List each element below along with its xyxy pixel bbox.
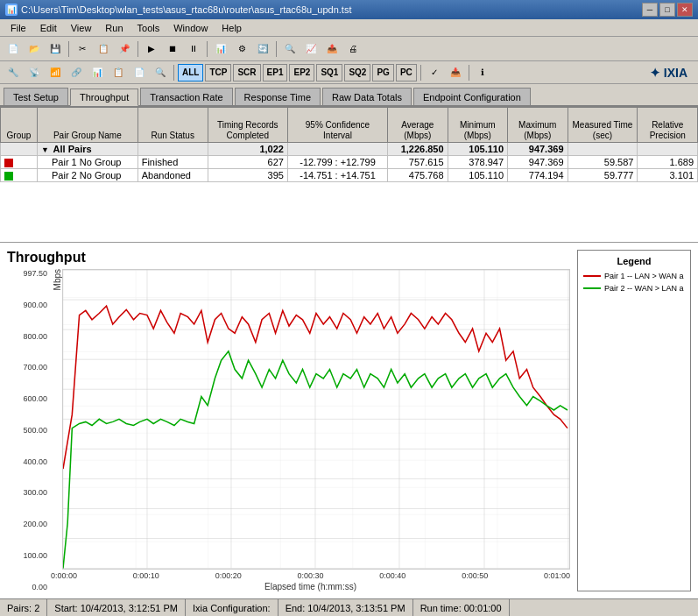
tb2-icon8[interactable]: 🔍 bbox=[151, 63, 170, 82]
tb2-icon3[interactable]: 📶 bbox=[46, 63, 65, 82]
y-tick: 400.00 bbox=[23, 457, 47, 466]
cell-min: 105.110 bbox=[448, 169, 507, 182]
menu-file[interactable]: File bbox=[4, 21, 33, 35]
table-row[interactable]: Pair 1 No Group Finished 627 -12.799 : +… bbox=[1, 156, 698, 169]
menu-tools[interactable]: Tools bbox=[130, 21, 167, 35]
copy-button[interactable]: 📋 bbox=[94, 39, 113, 59]
x-tick: 0:00:00 bbox=[51, 571, 77, 580]
filter-pc-button[interactable]: PC bbox=[396, 64, 417, 81]
tb2-icon1[interactable]: 🔧 bbox=[4, 63, 23, 82]
menu-edit[interactable]: Edit bbox=[33, 21, 64, 35]
save-button[interactable]: 💾 bbox=[46, 39, 65, 59]
tb2-icon10[interactable]: 📥 bbox=[446, 63, 465, 82]
cell-group bbox=[1, 143, 38, 156]
col-header-confidence: 95% Confidence Interval bbox=[287, 108, 387, 143]
filter-ep1-button[interactable]: EP1 bbox=[263, 64, 288, 81]
cell-max: 774.194 bbox=[508, 169, 568, 182]
close-button[interactable]: ✕ bbox=[677, 3, 693, 17]
x-tick: 0:00:40 bbox=[379, 571, 405, 580]
tab-test-setup[interactable]: Test Setup bbox=[4, 88, 68, 105]
filter-tcp-button[interactable]: TCP bbox=[205, 64, 231, 81]
cell-avg: 757.615 bbox=[388, 156, 448, 169]
status-ixia: Ixia Configuration: bbox=[186, 599, 278, 616]
chart-button[interactable]: 📈 bbox=[301, 39, 321, 59]
x-axis: 0:00:00 0:00:10 0:00:20 0:00:30 0:00:40 … bbox=[51, 570, 570, 580]
status-end: End: 10/4/2013, 3:13:51 PM bbox=[278, 599, 413, 616]
filter-sq2-button[interactable]: SQ2 bbox=[344, 64, 370, 81]
cell-mtime: 59.587 bbox=[568, 156, 638, 169]
tb2-icon4[interactable]: 🔗 bbox=[67, 63, 86, 82]
tab-response-time[interactable]: Response Time bbox=[235, 88, 321, 105]
legend-line-pair2 bbox=[583, 287, 601, 289]
pause-button[interactable]: ⏸ bbox=[184, 39, 203, 59]
cell-min: 378.947 bbox=[448, 156, 507, 169]
tab-bar: Test Setup Throughput Transaction Rate R… bbox=[0, 84, 698, 107]
x-tick: 0:00:50 bbox=[462, 571, 488, 580]
col-header-average: Average (Mbps) bbox=[388, 108, 448, 143]
minimize-button[interactable]: ─ bbox=[642, 3, 658, 17]
print-button[interactable]: 🖨 bbox=[343, 39, 363, 59]
filter-pg-button[interactable]: PG bbox=[372, 64, 393, 81]
y-tick: 0.00 bbox=[32, 583, 47, 591]
tb2-icon2[interactable]: 📡 bbox=[25, 63, 44, 82]
cell-min: 105.110 bbox=[448, 143, 507, 156]
col-header-minimum: Minimum (Mbps) bbox=[448, 108, 507, 143]
y-tick: 500.00 bbox=[23, 426, 47, 435]
tb2-icon7[interactable]: 📄 bbox=[130, 63, 149, 82]
zoom-button[interactable]: 🔍 bbox=[280, 39, 300, 59]
cell-name: Pair 2 No Group bbox=[38, 169, 138, 182]
export-button[interactable]: 📤 bbox=[322, 39, 342, 59]
data-table-area: Group Pair Group Name Run Status Timing … bbox=[0, 107, 698, 243]
tb2-icon9[interactable]: ✓ bbox=[425, 63, 444, 82]
filter-sq1-button[interactable]: SQ1 bbox=[316, 64, 342, 81]
tb2-icon6[interactable]: 📋 bbox=[109, 63, 128, 82]
cut-button[interactable]: ✂ bbox=[73, 39, 92, 59]
separator-7 bbox=[469, 65, 469, 81]
y-tick: 700.00 bbox=[23, 363, 47, 372]
filter-ep2-button[interactable]: EP2 bbox=[289, 64, 314, 81]
filter-all-button[interactable]: ALL bbox=[178, 64, 203, 81]
x-tick: 0:00:10 bbox=[133, 571, 159, 580]
cell-timing: 1,022 bbox=[208, 143, 287, 156]
cell-avg: 475.768 bbox=[388, 169, 448, 182]
info-button[interactable]: ℹ bbox=[473, 63, 492, 82]
cell-status: Abandoned bbox=[137, 169, 208, 182]
separator-6 bbox=[420, 65, 421, 81]
menu-run[interactable]: Run bbox=[98, 21, 130, 35]
menu-window[interactable]: Window bbox=[166, 21, 215, 35]
tab-transaction-rate[interactable]: Transaction Rate bbox=[140, 88, 232, 105]
table-row[interactable]: ▼ All Pairs 1,022 1,226.850 105.110 947.… bbox=[1, 143, 698, 156]
cell-max: 947.369 bbox=[508, 143, 568, 156]
filter-scr-button[interactable]: SCR bbox=[233, 64, 260, 81]
tab-raw-data-totals[interactable]: Raw Data Totals bbox=[322, 88, 412, 105]
stats-button[interactable]: 📊 bbox=[211, 39, 230, 59]
config-button[interactable]: ⚙ bbox=[232, 39, 251, 59]
cell-rp bbox=[638, 143, 698, 156]
run-button[interactable]: ▶ bbox=[142, 39, 161, 59]
menu-help[interactable]: Help bbox=[215, 21, 249, 35]
col-header-relative-precision: Relative Precision bbox=[638, 108, 698, 143]
maximize-button[interactable]: □ bbox=[659, 3, 675, 17]
tb2-icon5[interactable]: 📊 bbox=[88, 63, 107, 82]
col-header-group: Group bbox=[1, 108, 38, 143]
chart-svg bbox=[62, 269, 570, 570]
col-header-measured-time: Measured Time (sec) bbox=[568, 108, 638, 143]
cell-timing: 627 bbox=[208, 156, 287, 169]
new-button[interactable]: 📄 bbox=[4, 39, 23, 59]
tab-endpoint-config[interactable]: Endpoint Configuration bbox=[413, 88, 531, 105]
expand-icon[interactable]: ▼ bbox=[41, 145, 49, 154]
table-row[interactable]: Pair 2 No Group Abandoned 395 -14.751 : … bbox=[1, 169, 698, 182]
legend-label-pair2: Pair 2 -- WAN > LAN a bbox=[604, 284, 683, 293]
chart-area: Throughput 997.50 900.00 800.00 700.00 6… bbox=[0, 243, 698, 598]
cell-rp: 3.101 bbox=[638, 169, 698, 182]
menu-view[interactable]: View bbox=[64, 21, 99, 35]
legend-item-pair1: Pair 1 -- LAN > WAN a bbox=[583, 272, 685, 280]
window-controls: ─ □ ✕ bbox=[642, 3, 693, 17]
open-button[interactable]: 📂 bbox=[25, 39, 44, 59]
cell-timing: 395 bbox=[208, 169, 287, 182]
stop-button[interactable]: ⏹ bbox=[163, 39, 182, 59]
x-tick: 0:00:20 bbox=[215, 571, 242, 580]
paste-button[interactable]: 📌 bbox=[115, 39, 134, 59]
tab-throughput[interactable]: Throughput bbox=[70, 89, 138, 106]
refresh-button[interactable]: 🔄 bbox=[253, 39, 272, 59]
